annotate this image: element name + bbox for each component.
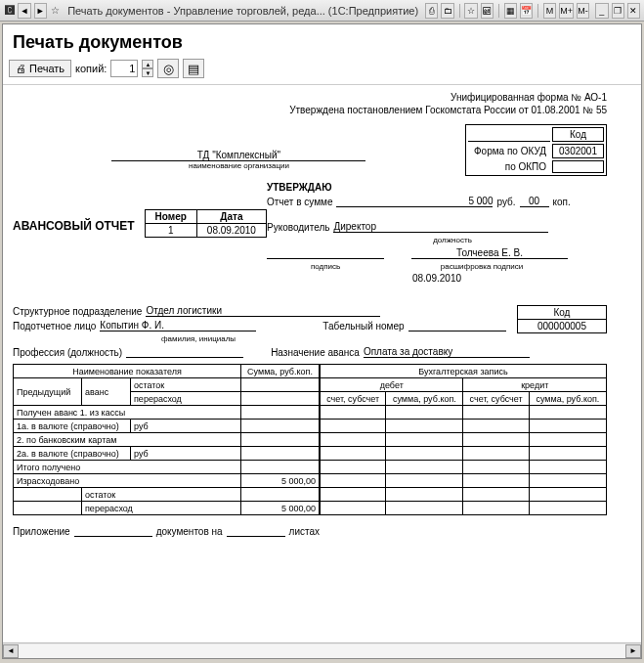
kop-label: коп. [553, 197, 571, 207]
okud-value: 0302001 [552, 144, 604, 158]
form-number: Унифицированная форма № АО-1 [13, 91, 607, 104]
mplus-button[interactable]: M+ [559, 3, 574, 19]
tb-tool-3[interactable]: ☆ [464, 3, 477, 19]
pril-label: Приложение [13, 526, 70, 537]
calc-icon[interactable]: ▦ [504, 3, 517, 19]
printer-icon: 🖨 [16, 63, 26, 74]
nav-fwd-button[interactable]: ► [34, 3, 47, 19]
toolbar-btn-a[interactable]: ◎ [157, 59, 179, 78]
dept-value: Отдел логистики [146, 305, 380, 317]
person-label: Подотчетное лицо [13, 321, 96, 332]
org-name: ТД "Комплексный" [111, 150, 365, 161]
person-sub: фамилия, инициалы [120, 334, 277, 343]
okpo-value [552, 160, 604, 173]
indicators-table: Наименование показателяСумма, руб.коп. П… [13, 364, 320, 515]
num-value: 1 [145, 224, 196, 238]
print-button[interactable]: 🖨 Печать [9, 60, 71, 77]
okud-label: Форма по ОКУД [468, 144, 550, 158]
dokna-label: документов на [156, 526, 223, 537]
nav-back-button[interactable]: ◄ [18, 3, 30, 19]
prof-label: Профессия (должность) [13, 347, 122, 358]
person-value: Копытин Ф. И. [100, 320, 256, 332]
m-button[interactable]: M [543, 3, 556, 19]
kod-header: Код [552, 127, 604, 142]
star-icon[interactable]: ☆ [50, 3, 61, 19]
close-button[interactable]: ✕ [627, 3, 640, 19]
scroll-right-button[interactable]: ► [625, 644, 641, 658]
window-body: Печать документов 🖨 Печать копий: ▲ ▼ ◎ … [2, 23, 642, 659]
sign-sub: подпись [267, 262, 384, 271]
sign-line [267, 247, 384, 259]
copies-spinner[interactable]: ▲ ▼ [142, 60, 153, 77]
form-approved: Утверждена постановлением Госкомстата Ро… [13, 104, 607, 116]
listah-label: листах [289, 526, 320, 537]
tabno-value [408, 320, 506, 332]
rub-label: руб. [496, 197, 515, 207]
prof-value [126, 346, 243, 358]
toolbar: 🖨 Печать копий: ▲ ▼ ◎ ▤ [3, 57, 641, 85]
nazn-label: Назначение аванса [271, 347, 360, 358]
org-sublabel: наименование организации [13, 161, 465, 170]
report-title: АВАНСОВЫЙ ОТЧЕТ [13, 219, 135, 233]
accounting-table: Бухгалтерская запись дебеткредит счет, с… [320, 364, 607, 515]
dept-label: Структурное подразделение [13, 306, 142, 317]
page-title: Печать документов [13, 32, 631, 53]
document-viewport[interactable]: Унифицированная форма № АО-1 Утверждена … [3, 85, 641, 642]
window-title: Печать документов - Управление торговлей… [67, 5, 418, 17]
kop-value: 00 [520, 196, 549, 207]
ruk-pos: Директор [333, 221, 548, 233]
calendar-icon[interactable]: 📅 [520, 3, 533, 19]
print-label: Печать [29, 63, 64, 74]
kod2-header: Код [517, 306, 606, 320]
okpo-label: по ОКПО [468, 160, 550, 173]
approve-title: УТВЕРЖДАЮ [267, 182, 607, 193]
date-header: Дата [196, 210, 266, 224]
ruk-label: Руководитель [267, 222, 329, 233]
attachment-row: Приложение документов на листах [13, 525, 607, 537]
tb-tool-2[interactable]: 🗀 [441, 3, 453, 19]
data-tables: Наименование показателяСумма, руб.коп. П… [13, 364, 607, 515]
minimize-button[interactable]: _ [595, 3, 608, 19]
tb-tool-4[interactable]: 🗟 [481, 3, 494, 19]
spin-up[interactable]: ▲ [142, 60, 153, 68]
document-page: Унифицированная форма № АО-1 Утверждена … [13, 91, 607, 537]
date-value: 08.09.2010 [196, 224, 266, 238]
horizontal-scrollbar[interactable]: ◄ ► [3, 642, 641, 658]
scroll-left-button[interactable]: ◄ [3, 644, 19, 658]
sum-value: 5 000 [336, 196, 493, 207]
tabno-label: Табельный номер [322, 321, 404, 332]
copies-input[interactable] [110, 60, 138, 77]
copies-label: копий: [75, 63, 107, 74]
sum-label: Отчет в сумме [267, 197, 332, 207]
page-header: Печать документов [3, 24, 641, 57]
spin-down[interactable]: ▼ [142, 68, 153, 77]
scroll-track[interactable] [19, 644, 625, 658]
kod2-value: 000000005 [517, 320, 606, 333]
number-date-table: НомерДата 108.09.2010 [145, 209, 267, 238]
ruk-name: Толчеева Е. В. [411, 247, 568, 259]
code-table: Код Форма по ОКУД0302001 по ОКПО [465, 124, 607, 176]
window-titlebar: 🅲 ◄ ► ☆ Печать документов - Управление т… [0, 0, 644, 22]
mminus-button[interactable]: M- [577, 3, 589, 19]
code2-table: Код 000000005 [517, 305, 607, 333]
tb-tool-1[interactable]: ⎙ [425, 3, 438, 19]
name-sub: расшифровка подписи [404, 262, 560, 271]
app-icon: 🅲 [4, 3, 15, 19]
form-header: Унифицированная форма № АО-1 Утверждена … [13, 91, 607, 116]
toolbar-btn-b[interactable]: ▤ [183, 59, 204, 78]
maximize-button[interactable]: ❐ [612, 3, 624, 19]
num-header: Номер [145, 210, 196, 224]
nazn-value: Оплата за доставку [364, 346, 530, 358]
